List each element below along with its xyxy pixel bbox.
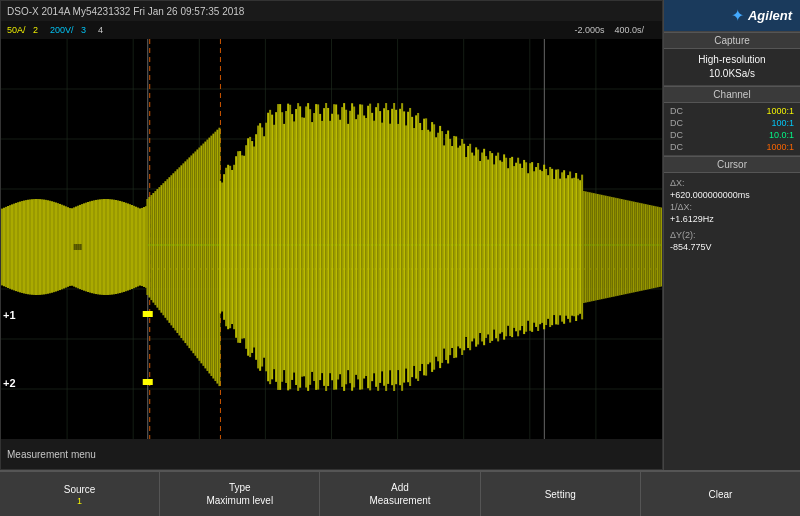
cursor-section: ΔX: +620.000000000ms 1/ΔX: +1.6129Hz ΔY(… [664, 173, 800, 470]
ch3-dc: DC [670, 130, 683, 140]
capture-mode: High-resolution 10.0KSa/s [672, 53, 792, 81]
logo-text: Agilent [748, 8, 792, 23]
scope-screen: DSO-X 2014A My54231332 Fri Jan 26 09:57:… [0, 0, 663, 470]
clear-button[interactable]: Clear [641, 472, 800, 516]
channel-row-4: DC 1000:1 [668, 141, 796, 153]
ch2-value: 100:1 [771, 118, 794, 128]
cursor-dx-value: +620.000000000ms [670, 190, 750, 200]
capture-header: Capture [664, 32, 800, 49]
add-measurement-button[interactable]: Add Measurement [320, 472, 480, 516]
cursor-dy-val-row: -854.775V [670, 241, 794, 253]
measurement-menu-text: Measurement menu [7, 449, 96, 460]
channel-row-2: DC 100:1 [668, 117, 796, 129]
channel-header: Channel [664, 86, 800, 103]
measurement-label: Measurement menu [1, 439, 662, 469]
type-label: Type [229, 481, 251, 494]
capture-section: High-resolution 10.0KSa/s [664, 49, 800, 86]
bottom-toolbar: Source 1 Type Maximum level Add Measurem… [0, 470, 800, 516]
cursor-dx-label: ΔX: [670, 178, 685, 188]
source-button[interactable]: Source 1 [0, 472, 160, 516]
ch4-value: 1000:1 [766, 142, 794, 152]
clear-label: Clear [708, 488, 732, 501]
cursor-inv-val-row: +1.6129Hz [670, 213, 794, 225]
capture-rate: 10.0KSa/s [672, 67, 792, 81]
logo-area: ✦ Agilent [664, 0, 800, 32]
setting-button[interactable]: Setting [481, 472, 641, 516]
cursor-dy-value: -854.775V [670, 242, 712, 252]
waveform-canvas [1, 39, 662, 439]
header-bar: DSO-X 2014A My54231332 Fri Jan 26 09:57:… [1, 1, 662, 21]
ch4-dc: DC [670, 142, 683, 152]
source-value: 1 [77, 496, 82, 506]
right-panel: ✦ Agilent Capture High-resolution 10.0KS… [663, 0, 800, 470]
ch1-scale: 50A/ 2 [7, 25, 38, 35]
agilent-star-icon: ✦ [731, 6, 744, 25]
ch1-dc: DC [670, 106, 683, 116]
add-sublabel: Measurement [369, 494, 430, 507]
setting-label: Setting [545, 488, 576, 501]
cursor-dy-row: ΔY(2): [670, 229, 794, 241]
channel-row-1: DC 1000:1 [668, 105, 796, 117]
capture-mode-name: High-resolution [672, 53, 792, 67]
type-button[interactable]: Type Maximum level [160, 472, 320, 516]
cursor-inv-label: 1/ΔX: [670, 202, 692, 212]
ch2-scale: 200V/ 3 [50, 25, 86, 35]
waveform-area: /* rendered via JS below */ [1, 39, 662, 439]
ch3-value: 10.0:1 [769, 130, 794, 140]
cursor-inv-row: 1/ΔX: [670, 201, 794, 213]
time-scale: -2.000s 400.0s/ [574, 25, 644, 35]
cursor-dx-val-row: +620.000000000ms [670, 189, 794, 201]
col4-scale: 4 [98, 25, 103, 35]
cursor-dy-label: ΔY(2): [670, 230, 696, 240]
scale-bar: 50A/ 2 200V/ 3 4 -2.000s 400.0s/ [1, 21, 662, 39]
ch2-dc: DC [670, 118, 683, 128]
channel-row-3: DC 10.0:1 [668, 129, 796, 141]
source-label: Source [64, 483, 96, 496]
cursor-dx-row: ΔX: [670, 177, 794, 189]
main-container: DSO-X 2014A My54231332 Fri Jan 26 09:57:… [0, 0, 800, 516]
type-value: Maximum level [206, 494, 273, 507]
cursor-header: Cursor [664, 156, 800, 173]
channel-section: DC 1000:1 DC 100:1 DC 10.0:1 DC 1000:1 [664, 103, 800, 156]
add-label: Add [391, 481, 409, 494]
cursor-inv-value: +1.6129Hz [670, 214, 714, 224]
top-area: DSO-X 2014A My54231332 Fri Jan 26 09:57:… [0, 0, 800, 470]
header-info: DSO-X 2014A My54231332 Fri Jan 26 09:57:… [7, 6, 244, 17]
ch1-value: 1000:1 [766, 106, 794, 116]
